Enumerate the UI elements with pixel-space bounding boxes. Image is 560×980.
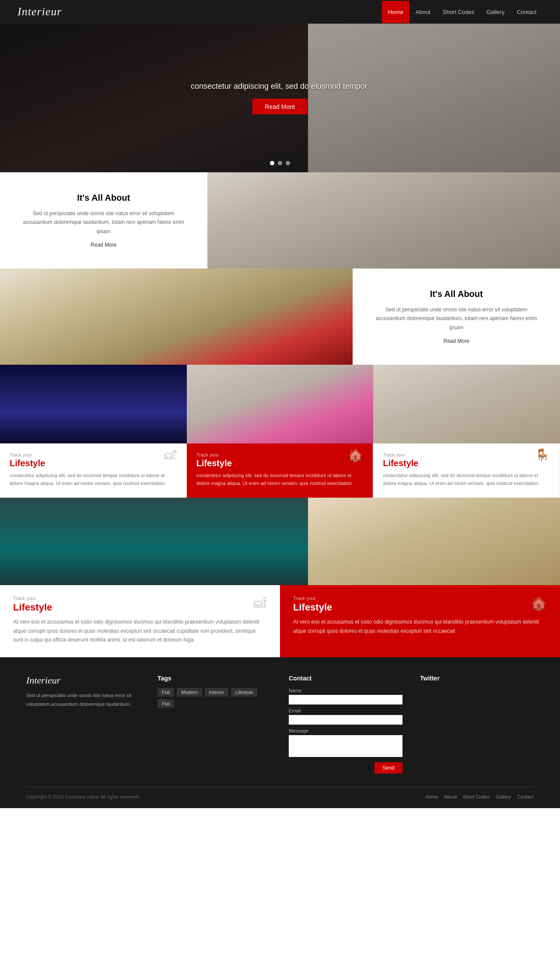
about-read-more[interactable]: Read More: [18, 242, 190, 248]
lifestyle-track-1: Track your: [10, 452, 45, 457]
nav-home[interactable]: Home: [382, 1, 410, 23]
nav-about[interactable]: About: [410, 1, 437, 23]
about-text-panel: It's All About Sed ut perspiciatis unde …: [0, 172, 207, 269]
tag-lifestyle[interactable]: Lifestyle: [231, 688, 257, 697]
tag-flat[interactable]: Flat: [158, 688, 174, 697]
tag-flat2[interactable]: Flat: [158, 699, 174, 708]
footer-bottom-links: Home About Short Codes Gallery Contact: [425, 794, 534, 799]
lifestyle-card2-1: Track your Lifestyle 🛋 At vero eos et ac…: [0, 585, 280, 657]
footer-link-short-codes[interactable]: Short Codes: [463, 794, 490, 799]
contact-send-button[interactable]: Send: [374, 762, 402, 774]
lifestyle-title-1: Lifestyle: [10, 458, 45, 468]
lifestyle-body-3: consectetur adipiscing elit, sed do eius…: [383, 472, 550, 487]
about-image: [207, 172, 560, 269]
living-image: [308, 498, 560, 585]
footer: Interieur Sed ut perspiciatis unde omnis…: [0, 657, 560, 808]
contact-message-input[interactable]: [289, 735, 402, 757]
gallery-dining: [373, 365, 560, 443]
lifestyle-title-3: Lifestyle: [383, 458, 418, 468]
footer-twitter-title: Twitter: [420, 675, 534, 682]
hero-dots: [270, 161, 290, 165]
footer-link-gallery[interactable]: Gallery: [496, 794, 511, 799]
hero-section: consectetur adipiscing elit, sed do eius…: [0, 24, 560, 172]
chair-icon: 🪑: [535, 448, 550, 462]
nav-short-codes[interactable]: Short Codes: [437, 1, 480, 23]
lifestyle-track-2: Track your: [196, 452, 232, 457]
house-icon-2: 🏠: [348, 448, 363, 462]
pool-image: [0, 498, 308, 585]
footer-about-text: Sed ut perspiciatis unde omnis iste natu…: [26, 691, 140, 709]
footer-link-about[interactable]: About: [444, 794, 457, 799]
hero-dot-2[interactable]: [278, 161, 282, 165]
feature-title: It's All About: [370, 289, 542, 299]
hero-read-more-button[interactable]: Read More: [252, 99, 307, 115]
gallery-row: [0, 365, 560, 443]
lifestyle-row-1: Track your Lifestyle 🛋 consectetur adipi…: [0, 443, 560, 498]
contact-form: Name Email Message Send: [289, 688, 402, 759]
footer-tags-title: Tags: [158, 675, 271, 682]
feature-body: Sed ut perspiciatis unde omnis iste natu…: [370, 305, 542, 332]
lifestyle-body-1: consectetur adipiscing elit, sed do eius…: [10, 472, 177, 487]
tag-interior[interactable]: Interior: [205, 688, 228, 697]
nav-gallery[interactable]: Gallery: [480, 1, 511, 23]
tag-modern[interactable]: Modern: [177, 688, 202, 697]
footer-tags-col: Tags Flat Modern Interior Lifestyle Flat: [158, 675, 271, 774]
tags-grid: Flat Modern Interior Lifestyle Flat: [158, 688, 271, 708]
lifestyle2-body-2: At vero eos et accusamus et iusto odio d…: [293, 617, 547, 635]
feature-read-more[interactable]: Read More: [370, 338, 542, 344]
sofa-icon: 🛋: [164, 448, 177, 462]
footer-twitter-col: Twitter: [420, 675, 534, 774]
about-title: It's All About: [18, 193, 190, 203]
contact-name-input[interactable]: [289, 695, 402, 704]
gallery-office: [0, 365, 187, 443]
footer-contact-title: Contact: [289, 675, 402, 682]
lifestyle2-track-2: Track your: [293, 596, 332, 601]
feature-section: It's All About Sed ut perspiciatis unde …: [0, 269, 560, 365]
lifestyle-title-2: Lifestyle: [196, 458, 232, 468]
contact-message-label: Message: [289, 728, 402, 733]
lifestyle2-track-1: Track your: [13, 596, 52, 601]
site-logo[interactable]: Interieur: [18, 5, 62, 18]
lifestyle2-body-1: At vero eos et accusamus et iusto odio d…: [13, 617, 267, 644]
lifestyle2-title-2: Lifestyle: [293, 602, 332, 613]
footer-about-col: Interieur Sed ut perspiciatis unde omnis…: [26, 675, 140, 774]
feature-text-panel: It's All About Sed ut perspiciatis unde …: [353, 269, 560, 365]
gallery-lounge: [187, 365, 374, 443]
footer-logo: Interieur: [26, 675, 140, 686]
about-section: It's All About Sed ut perspiciatis unde …: [0, 172, 560, 269]
contact-email-input[interactable]: [289, 715, 402, 725]
lifestyle-track-3: Track your: [383, 452, 418, 457]
feature-image: [0, 269, 353, 365]
lifestyle-card-3: Track your Lifestyle 🪑 consectetur adipi…: [373, 443, 560, 498]
footer-link-home[interactable]: Home: [425, 794, 438, 799]
footer-contact-col: Contact Name Email Message Send: [289, 675, 402, 774]
lifestyle2-title-1: Lifestyle: [13, 602, 52, 613]
footer-bottom: Copyright © 2016 Company name All rights…: [26, 787, 534, 799]
footer-copyright: Copyright © 2016 Company name All rights…: [26, 794, 140, 799]
lifestyle-card2-2: Track your Lifestyle 🏠 At vero eos et ac…: [280, 585, 560, 657]
contact-email-label: Email: [289, 708, 402, 713]
lifestyle-body-2: consectetur adipiscing elit, sed do eius…: [196, 472, 364, 487]
nav-links: Home About Short Codes Gallery Contact: [382, 1, 542, 23]
sofa-icon-2: 🛋: [254, 596, 267, 610]
lifestyle-card-1: Track your Lifestyle 🛋 consectetur adipi…: [0, 443, 187, 498]
about-body: Sed ut perspiciatis unde omnis iste natu…: [18, 209, 190, 236]
pool-split: [0, 498, 560, 585]
house-icon-3: 🏠: [531, 596, 547, 611]
navigation: Interieur Home About Short Codes Gallery…: [0, 0, 560, 24]
lifestyle-row-2: Track your Lifestyle 🛋 At vero eos et ac…: [0, 585, 560, 657]
nav-contact[interactable]: Contact: [511, 1, 542, 23]
hero-text: consectetur adipiscing elit, sed do eius…: [191, 82, 369, 91]
hero-dot-1[interactable]: [270, 161, 274, 165]
footer-top: Interieur Sed ut perspiciatis unde omnis…: [26, 675, 534, 787]
footer-link-contact[interactable]: Contact: [517, 794, 534, 799]
hero-content: consectetur adipiscing elit, sed do eius…: [191, 82, 369, 115]
hero-dot-3[interactable]: [286, 161, 290, 165]
contact-name-label: Name: [289, 688, 402, 693]
lifestyle-card-2: Track your Lifestyle 🏠 consectetur adipi…: [187, 443, 374, 498]
